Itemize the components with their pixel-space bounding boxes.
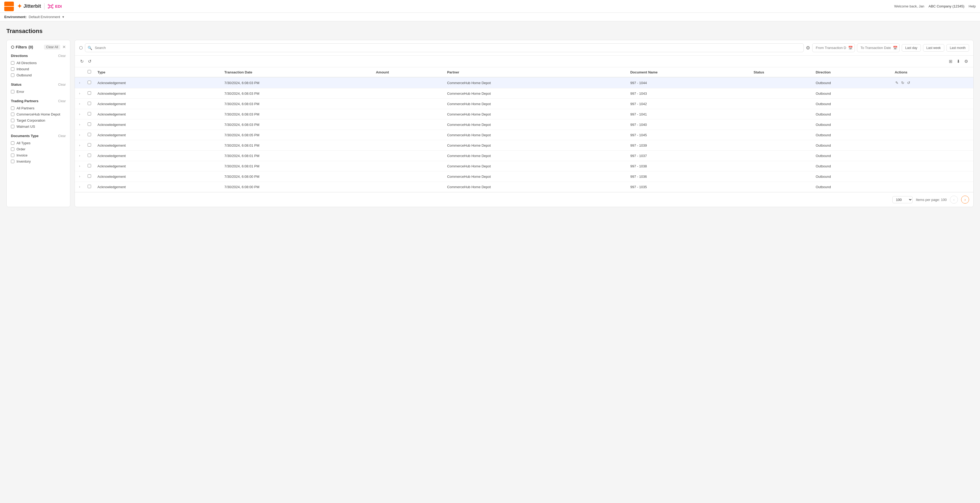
row-date: 7/30/2024, 6:08:00 PM bbox=[221, 182, 372, 192]
col-type-header[interactable]: Type bbox=[94, 67, 221, 77]
row-expand-button[interactable]: › bbox=[78, 102, 81, 106]
next-page-button[interactable]: › bbox=[961, 195, 969, 204]
clear-all-button[interactable]: Clear All bbox=[44, 45, 60, 49]
last-month-button[interactable]: Last month bbox=[947, 44, 969, 52]
row-checkbox[interactable] bbox=[88, 133, 91, 136]
directions-outbound-item[interactable]: Outbound bbox=[11, 72, 66, 78]
row-checkbox[interactable] bbox=[88, 185, 91, 188]
row-checkbox[interactable] bbox=[88, 91, 91, 95]
doctype-inventory-item[interactable]: Inventory bbox=[11, 158, 66, 165]
row-date: 7/30/2024, 6:08:03 PM bbox=[221, 77, 372, 88]
row-checkbox[interactable] bbox=[88, 164, 91, 167]
row-expand-button[interactable]: › bbox=[78, 80, 81, 85]
partner-target-checkbox[interactable] bbox=[11, 119, 14, 122]
select-all-checkbox[interactable] bbox=[88, 70, 91, 73]
partner-target-item[interactable]: Target Corporation bbox=[11, 117, 66, 124]
to-date-calendar-icon[interactable]: 📅 bbox=[893, 46, 897, 50]
doctype-order-checkbox[interactable] bbox=[11, 148, 14, 151]
col-partner-header[interactable]: Partner bbox=[444, 67, 627, 77]
row-checkbox-cell bbox=[84, 171, 94, 182]
doctype-order-item[interactable]: Order bbox=[11, 146, 66, 152]
undo-button[interactable]: ↺ bbox=[87, 58, 92, 65]
page-size-select[interactable]: 100 50 25 bbox=[892, 196, 913, 203]
col-direction-header[interactable]: Direction bbox=[813, 67, 892, 77]
row-expand-button[interactable]: › bbox=[78, 112, 81, 117]
col-docname-header[interactable]: Document Name bbox=[627, 67, 751, 77]
doctype-all-item[interactable]: All Types bbox=[11, 140, 66, 146]
row-expand-button[interactable]: › bbox=[78, 163, 81, 168]
from-date-calendar-icon[interactable]: 📅 bbox=[848, 46, 853, 50]
row-expand-button[interactable]: › bbox=[78, 122, 81, 127]
refresh-button[interactable]: ↻ bbox=[79, 58, 85, 65]
row-refresh-button[interactable]: ↻ bbox=[900, 80, 905, 86]
filter-options-button[interactable]: ⚙ bbox=[806, 45, 810, 51]
filters-count: (0) bbox=[29, 45, 33, 49]
row-checkbox[interactable] bbox=[88, 143, 91, 147]
directions-inbound-item[interactable]: Inbound bbox=[11, 66, 66, 72]
doctype-invoice-checkbox[interactable] bbox=[11, 154, 14, 157]
row-checkbox[interactable] bbox=[88, 112, 91, 116]
filter-toggle-button[interactable]: ⬡ bbox=[79, 45, 83, 50]
close-filters-button[interactable]: ✕ bbox=[62, 44, 66, 49]
partner-all-checkbox[interactable] bbox=[11, 106, 14, 110]
doctype-all-checkbox[interactable] bbox=[11, 141, 14, 145]
environment-chevron-icon[interactable]: ▾ bbox=[62, 15, 64, 19]
previous-page-button[interactable]: ‹ bbox=[950, 195, 958, 204]
directions-inbound-checkbox[interactable] bbox=[11, 67, 14, 71]
toolbar-right-actions: ⊞ ⬇ ⚙ bbox=[948, 58, 969, 65]
directions-outbound-checkbox[interactable] bbox=[11, 73, 14, 77]
trading-partners-clear-button[interactable]: Clear bbox=[58, 99, 66, 103]
status-clear-button[interactable]: Clear bbox=[58, 83, 66, 86]
last-week-button[interactable]: Last week bbox=[923, 44, 944, 52]
row-date: 7/30/2024, 6:08:03 PM bbox=[221, 99, 372, 109]
status-error-checkbox[interactable] bbox=[11, 90, 14, 94]
main-toolbar: ⬡ 🔍 ⚙ 📅 📅 Last day Last week Last month bbox=[75, 40, 973, 56]
row-expand-button[interactable]: › bbox=[78, 91, 81, 96]
company-label[interactable]: ABC Company (12345) bbox=[929, 4, 964, 8]
row-direction: Outbound bbox=[813, 161, 892, 171]
help-link[interactable]: Help bbox=[969, 4, 976, 8]
row-actions-cell bbox=[892, 119, 973, 130]
row-expand-button[interactable]: › bbox=[78, 184, 81, 189]
row-direction: Outbound bbox=[813, 171, 892, 182]
partner-all-item[interactable]: All Partners bbox=[11, 105, 66, 111]
row-undo-button[interactable]: ↺ bbox=[907, 80, 911, 86]
download-button[interactable]: ⬇ bbox=[956, 58, 961, 65]
directions-outbound-label: Outbound bbox=[16, 73, 32, 77]
directions-clear-button[interactable]: Clear bbox=[58, 54, 66, 58]
table-row: › Acknowledgement 7/30/2024, 6:08:01 PM … bbox=[75, 151, 973, 161]
col-checkbox bbox=[84, 67, 94, 77]
partner-walmart-item[interactable]: Walmart US bbox=[11, 124, 66, 130]
row-expand-button[interactable]: › bbox=[78, 133, 81, 137]
row-checkbox[interactable] bbox=[88, 102, 91, 105]
col-date-header[interactable]: Transaction Date bbox=[221, 67, 372, 77]
row-checkbox[interactable] bbox=[88, 122, 91, 126]
partner-commercehub-item[interactable]: CommerceHub Home Depot bbox=[11, 111, 66, 117]
row-edit-button[interactable]: ✎ bbox=[895, 80, 899, 86]
hamburger-menu-button[interactable] bbox=[4, 2, 14, 11]
settings-button[interactable]: ⚙ bbox=[963, 58, 969, 65]
columns-view-button[interactable]: ⊞ bbox=[948, 58, 953, 65]
row-expand-button[interactable]: › bbox=[78, 174, 81, 179]
col-status-header[interactable]: Status bbox=[751, 67, 813, 77]
doctype-invoice-item[interactable]: Invoice bbox=[11, 152, 66, 158]
row-date: 7/30/2024, 6:08:01 PM bbox=[221, 140, 372, 151]
directions-all-checkbox[interactable] bbox=[11, 61, 14, 65]
status-error-item[interactable]: Error bbox=[11, 89, 66, 95]
directions-all-item[interactable]: All Directions bbox=[11, 60, 66, 66]
partner-commercehub-checkbox[interactable] bbox=[11, 113, 14, 116]
row-checkbox[interactable] bbox=[88, 154, 91, 157]
col-amount-header[interactable]: Amount bbox=[372, 67, 444, 77]
row-status bbox=[751, 151, 813, 161]
search-input[interactable] bbox=[85, 43, 804, 52]
row-direction: Outbound bbox=[813, 119, 892, 130]
row-expand-button[interactable]: › bbox=[78, 153, 81, 158]
row-checkbox[interactable] bbox=[88, 174, 91, 178]
row-checkbox[interactable] bbox=[88, 81, 91, 84]
last-day-button[interactable]: Last day bbox=[902, 44, 921, 52]
partner-walmart-checkbox[interactable] bbox=[11, 125, 14, 128]
row-expand-button[interactable]: › bbox=[78, 143, 81, 148]
row-direction: Outbound bbox=[813, 77, 892, 88]
documents-type-clear-button[interactable]: Clear bbox=[58, 134, 66, 138]
doctype-inventory-checkbox[interactable] bbox=[11, 160, 14, 163]
